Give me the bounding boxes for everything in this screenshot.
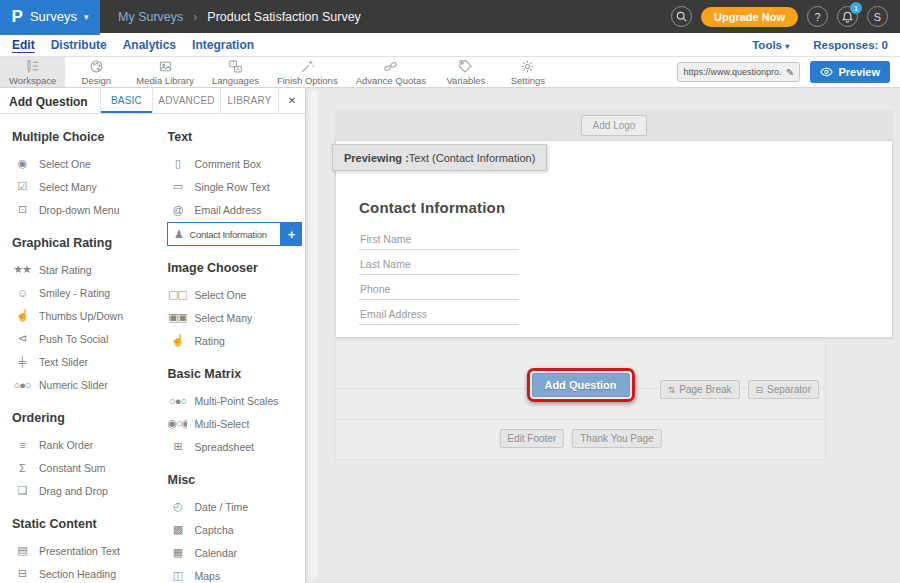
search-button[interactable] — [671, 6, 692, 27]
responses-link[interactable]: Responses: 0 — [813, 39, 888, 51]
form-field-input[interactable]: Phone — [359, 280, 519, 300]
panel-title: Add Question — [0, 88, 100, 113]
tab-distribute[interactable]: Distribute — [51, 38, 107, 52]
tab-library[interactable]: LIBRARY — [220, 88, 278, 113]
question-type-icon: ◉ — [12, 157, 32, 170]
surveys-product-menu[interactable]: P Surveys ▾ — [0, 0, 100, 33]
question-type-item[interactable]: ▯ Comment Box — [167, 152, 305, 175]
question-type-item[interactable]: ≡ Rank Order — [12, 433, 159, 456]
question-type-label: Section Heading — [39, 568, 116, 580]
question-type-label: Drag and Drop — [39, 485, 108, 497]
page-break-button[interactable]: ⇅ Page Break — [660, 380, 740, 399]
add-contact-information-button[interactable]: + — [280, 222, 302, 246]
question-type-icon: @ — [167, 204, 187, 216]
question-type-item[interactable]: ♟ Contact Information + — [167, 222, 281, 246]
question-type-item[interactable]: ⊟ Section Heading — [12, 562, 159, 583]
toolbar-item-design[interactable]: Design — [65, 57, 127, 87]
question-type-item[interactable]: ◴ Date / Time — [167, 495, 305, 518]
question-type-item[interactable]: ⊡ Drop-down Menu — [12, 198, 159, 221]
toolbar-item-media-library[interactable]: Media Library — [127, 57, 203, 87]
account-avatar[interactable]: S — [867, 6, 888, 27]
top-header: P Surveys ▾ My Surveys › Product Satisfa… — [0, 0, 900, 33]
toolbar-label: Design — [82, 75, 112, 86]
preview-button[interactable]: Preview — [810, 61, 890, 83]
question-type-icon: ★★ — [12, 263, 32, 276]
question-type-item[interactable]: ☝ Rating — [167, 329, 305, 352]
breadcrumb-my-surveys[interactable]: My Surveys — [118, 10, 183, 24]
section-static-content: Static Content ▤ Presentation Text ⊟ Sec… — [12, 517, 159, 583]
search-icon — [676, 11, 687, 22]
notifications-button[interactable]: 1 — [837, 6, 858, 27]
chain-link-icon — [383, 59, 398, 74]
add-question-button[interactable]: Add Question — [531, 373, 629, 397]
question-type-item[interactable]: ▭ Single Row Text — [167, 175, 305, 198]
tools-menu[interactable]: Tools ▾ — [752, 39, 789, 51]
tab-advanced[interactable]: ADVANCED — [152, 88, 220, 113]
survey-url[interactable]: https://www.questionpro.com/t/AP53kZgUI — [683, 67, 782, 77]
close-icon[interactable]: ✕ — [278, 88, 305, 113]
question-type-icon: ☑ — [12, 180, 32, 193]
question-type-item[interactable]: ▤ Presentation Text — [12, 539, 159, 562]
previewing-question-name: Text (Contact Information) — [409, 152, 536, 164]
separator-label: Separator — [767, 384, 811, 395]
section-multiple-choice: Multiple Choice ◉ Select One ☑ Select Ma… — [12, 130, 159, 221]
question-type-item[interactable]: ▦ Calendar — [167, 541, 305, 564]
question-type-item[interactable]: ▩ Captcha — [167, 518, 305, 541]
question-type-item[interactable]: ○●○ Multi-Point Scales — [167, 389, 305, 412]
question-type-item[interactable]: ⊞ Spreadsheet — [167, 435, 305, 458]
question-type-item[interactable]: ☝ Thumbs Up/Down — [12, 304, 159, 327]
form-field-input[interactable]: Email Address — [359, 305, 519, 325]
question-type-label: Date / Time — [194, 501, 248, 513]
question-type-item[interactable]: ○●○ Numeric Slider — [12, 373, 159, 396]
toolbar-item-variables[interactable]: Variables — [435, 57, 497, 87]
toolbar-item-workspace[interactable]: Workspace — [0, 57, 65, 87]
question-type-item[interactable]: ▣▣ Select Many — [167, 306, 305, 329]
thank-you-page-button[interactable]: Thank You Page — [572, 429, 661, 448]
question-type-icon: ▭ — [167, 180, 187, 193]
question-type-item[interactable]: ◫ Maps — [167, 564, 305, 583]
question-type-item[interactable]: ⊲ Push To Social — [12, 327, 159, 350]
scrollbar[interactable] — [310, 90, 318, 579]
footer-actions: Edit Footer Thank You Page — [499, 429, 661, 448]
question-type-item[interactable]: ◉○◉ Multi-Select — [167, 412, 305, 435]
help-button[interactable]: ? — [807, 6, 828, 27]
tab-integration[interactable]: Integration — [192, 38, 254, 52]
question-type-item[interactable]: ❏ Drag and Drop — [12, 479, 159, 502]
question-type-item[interactable]: ★★ Star Rating — [12, 258, 159, 281]
divider — [336, 419, 825, 420]
toolbar-item-advance-quotas[interactable]: Advance Quotas — [347, 57, 435, 87]
edit-footer-button[interactable]: Edit Footer — [499, 429, 564, 448]
question-type-label: Rating — [194, 335, 224, 347]
toolbar-item-languages[interactable]: TA Languages — [203, 57, 268, 87]
question-type-icon: ▣▣ — [167, 311, 187, 324]
form-field-input[interactable]: Last Name — [359, 255, 519, 275]
question-type-item[interactable]: ▢▢ Select One — [167, 283, 305, 306]
question-type-item[interactable]: ☑ Select Many — [12, 175, 159, 198]
upgrade-now-button[interactable]: Upgrade Now — [701, 7, 798, 27]
question-type-label: Rank Order — [39, 439, 93, 451]
product-name: Surveys — [30, 9, 77, 24]
question-type-label: Thumbs Up/Down — [39, 310, 123, 322]
question-type-item[interactable]: ◉ Select One — [12, 152, 159, 175]
previewing-label: Previewing : — [344, 152, 409, 164]
tab-analytics[interactable]: Analytics — [123, 38, 176, 52]
question-type-label: Numeric Slider — [39, 379, 108, 391]
separator-button[interactable]: ⊟ Separator — [748, 380, 819, 399]
section-ordering: Ordering ≡ Rank Order Σ Constant Sum ❏ D… — [12, 411, 159, 502]
tab-basic[interactable]: BASIC — [100, 88, 152, 113]
add-question-highlight-wrap: Add Question — [526, 368, 634, 402]
toolbar-item-finish-options[interactable]: Finish Options — [268, 57, 347, 87]
edit-url-icon[interactable]: ✎ — [786, 67, 794, 78]
add-logo-button[interactable]: Add Logo — [581, 115, 648, 136]
question-type-item[interactable]: Σ Constant Sum — [12, 456, 159, 479]
survey-url-field[interactable]: https://www.questionpro.com/t/AP53kZgUI … — [677, 62, 800, 82]
form-field-input[interactable]: First Name — [359, 230, 519, 250]
toolbar-item-settings[interactable]: Settings — [497, 57, 559, 87]
page-tools: ⇅ Page Break ⊟ Separator — [660, 380, 819, 399]
question-type-item[interactable]: @ Email Address — [167, 198, 305, 221]
question-type-item[interactable]: ☺ Smiley - Rating — [12, 281, 159, 304]
svg-text:A: A — [236, 66, 240, 71]
question-type-item[interactable]: ╪ Text Slider — [12, 350, 159, 373]
page-break-icon: ⇅ — [668, 385, 676, 395]
tab-edit[interactable]: Edit — [12, 38, 35, 52]
